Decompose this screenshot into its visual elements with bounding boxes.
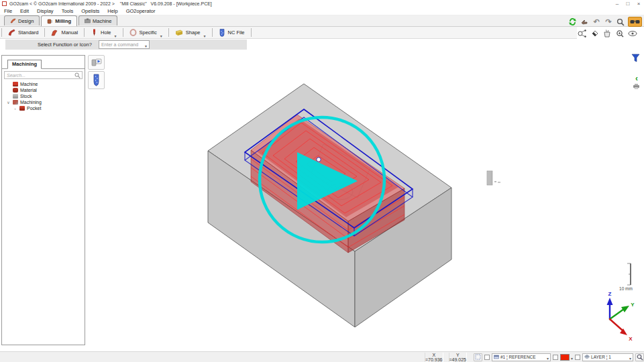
standard-button[interactable]: Standard xyxy=(2,27,44,38)
eraser-icon[interactable] xyxy=(590,29,599,38)
machine-tab-icon xyxy=(85,18,91,23)
axis-triad: Z Y X xyxy=(607,291,635,342)
specific-button[interactable]: Specific ▾ xyxy=(123,27,168,38)
hole-icon xyxy=(91,29,98,36)
menu-file[interactable]: File xyxy=(0,8,16,14)
hole-button[interactable]: Hole ▾ xyxy=(85,27,122,38)
grab-hand-icon[interactable] xyxy=(580,17,589,26)
machine-icon xyxy=(13,82,18,86)
reference-selector[interactable]: #1 ¦ REFERENCE ▾ xyxy=(492,353,551,361)
scale-ruler: 10 mm xyxy=(619,263,633,291)
tab-machining-panel[interactable]: Machining xyxy=(7,60,42,69)
chevron-down-icon: ▾ xyxy=(629,356,631,361)
status-bar: X =70.936 Y =49.025 #1 ¦ REFERENCE ▾ ▾ L… xyxy=(0,351,644,362)
tab-design[interactable]: Design xyxy=(4,15,40,25)
title-bar: GO2cam < © GO2cam International 2009 - 2… xyxy=(0,0,644,7)
origin-point-marker xyxy=(317,158,321,162)
menu-edit[interactable]: Edit xyxy=(16,8,33,14)
expanded-arrow-icon[interactable]: ∨ xyxy=(6,100,11,105)
tree-item-pocket[interactable]: › Pocket xyxy=(2,105,85,111)
tab-milling[interactable]: Milling xyxy=(41,15,77,26)
pocket-icon xyxy=(19,106,25,111)
menu-opelists[interactable]: Opelists xyxy=(77,8,103,14)
chevron-down-icon: ▾ xyxy=(145,44,147,48)
milling-icon xyxy=(47,19,53,24)
current-color-swatch xyxy=(560,354,570,361)
tree-item-machining[interactable]: ∨ Machining xyxy=(2,99,85,105)
minimize-button[interactable]: – xyxy=(612,0,623,7)
filter-button[interactable] xyxy=(630,52,641,63)
color-picker[interactable]: ▾ xyxy=(560,354,573,361)
chevron-down-icon: ▾ xyxy=(571,356,573,361)
y-coordinate: Y =49.025 xyxy=(449,353,468,362)
command-bar: Select Function or Icon? Enter a command… xyxy=(5,40,247,50)
menu-tools[interactable]: Tools xyxy=(58,8,78,14)
simulation-icon xyxy=(91,58,102,67)
quick-access-icons: ↶ ↷ xyxy=(568,17,642,27)
viewport-3d: 10 mm Z Y X xyxy=(0,0,644,362)
go2-glasses-button[interactable] xyxy=(628,17,642,27)
search-box xyxy=(4,71,83,79)
reference-checkbox[interactable] xyxy=(484,355,490,360)
tool-display-button[interactable] xyxy=(88,71,105,89)
window-title: GO2cam < © GO2cam International 2009 - 2… xyxy=(9,1,612,6)
tree-item-machine[interactable]: Machine xyxy=(2,81,85,87)
filter-funnel-icon xyxy=(631,54,640,62)
chevron-down-icon: ▾ xyxy=(115,34,117,38)
layer-selector[interactable]: LAYER ¦ 1 ▾ xyxy=(582,353,633,361)
standard-icon xyxy=(8,29,15,36)
visibility-eye-icon[interactable] xyxy=(628,29,637,38)
zoom-fit-button[interactable] xyxy=(635,353,644,361)
chevron-down-icon: ▾ xyxy=(547,356,549,361)
snap-grid-button[interactable] xyxy=(474,353,482,361)
printer-mini-icon[interactable] xyxy=(632,82,640,89)
maximize-button[interactable]: □ xyxy=(623,0,633,7)
milling-toolbar: Standard Manual Hole ▾ Specific ▾ Shape … xyxy=(0,27,577,39)
x-coordinate: X =70.936 xyxy=(425,353,443,362)
machining-icon xyxy=(13,100,18,105)
layer-stack-icon xyxy=(584,355,590,359)
machining-tree: Machine Material Stock ∨ Machining › Poc… xyxy=(2,81,85,111)
menu-display[interactable]: Display xyxy=(33,8,58,14)
tool-preview-icon xyxy=(487,171,500,185)
axis-x-label: X xyxy=(629,336,633,342)
specific-icon xyxy=(129,29,137,36)
zoom-window-icon[interactable] xyxy=(615,29,625,38)
view-icons xyxy=(577,29,637,38)
app-icon xyxy=(2,1,7,6)
shape-icon xyxy=(175,29,183,36)
redo-icon[interactable]: ↷ xyxy=(604,17,613,26)
end-mill-icon xyxy=(92,74,101,86)
manual-icon xyxy=(51,29,58,36)
design-icon xyxy=(10,18,16,23)
shape-button[interactable]: Shape ▾ xyxy=(169,27,212,38)
chevron-down-icon: ▾ xyxy=(160,34,162,38)
simulation-button[interactable] xyxy=(88,55,105,70)
tree-item-material[interactable]: Material xyxy=(2,87,85,93)
material-icon xyxy=(13,88,18,93)
nc-file-button[interactable]: NC File xyxy=(213,27,251,38)
tab-machine[interactable]: Machine xyxy=(78,15,117,25)
machining-panel: Machining Machine Material Stock ∨ Machi… xyxy=(1,55,85,345)
tree-item-stock[interactable]: Stock xyxy=(2,93,85,99)
reference-plane-icon xyxy=(494,355,499,359)
menu-go2operator[interactable]: GO2operator xyxy=(122,8,160,14)
command-combobox[interactable]: Enter a command ▾ xyxy=(99,40,150,49)
search-input[interactable] xyxy=(5,73,74,78)
menu-help[interactable]: Help xyxy=(103,8,121,14)
render-icon[interactable] xyxy=(577,29,586,38)
color-checkbox[interactable] xyxy=(553,355,558,360)
zoom-icon[interactable] xyxy=(616,17,625,26)
collapse-panel-button[interactable]: ‹ xyxy=(632,74,641,82)
manual-button[interactable]: Manual xyxy=(45,27,84,38)
chevron-down-icon: ▾ xyxy=(203,34,205,38)
collapsed-arrow-icon[interactable]: › xyxy=(13,107,17,111)
ribbon-tab-strip: Design Milling Machine xyxy=(0,15,644,27)
axis-y-label: Y xyxy=(631,302,635,308)
undo-icon[interactable]: ↶ xyxy=(592,17,601,26)
sync-icon[interactable] xyxy=(568,17,577,26)
close-button[interactable]: × xyxy=(633,0,644,7)
command-prompt-label: Select Function or Icon? xyxy=(38,42,92,48)
clear-bin-icon[interactable] xyxy=(602,29,612,38)
layer-checkbox[interactable] xyxy=(575,355,580,360)
